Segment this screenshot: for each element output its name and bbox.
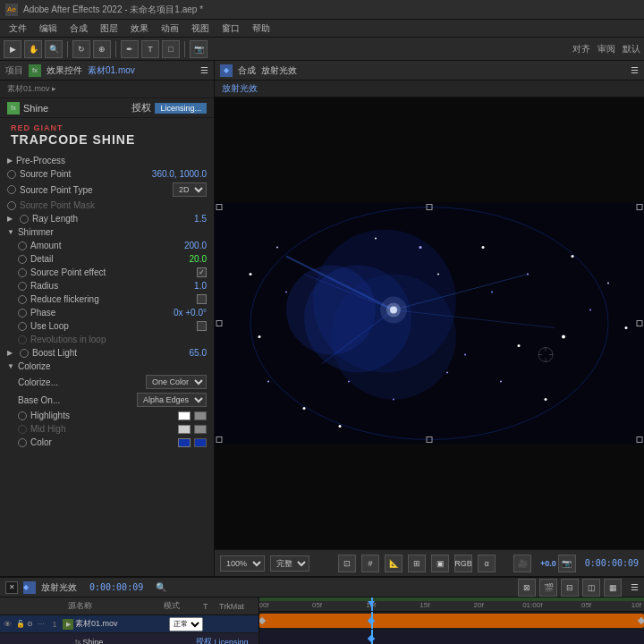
- source-point-type-select[interactable]: 2D 3D: [173, 182, 207, 197]
- channel-btn[interactable]: RGB: [454, 555, 472, 572]
- color-swatch2[interactable]: [194, 438, 207, 447]
- use-loop-checkbox[interactable]: [197, 321, 207, 331]
- timeline: ✕ ◆ 放射光效 0:00:00:09 🔍 ⊠ 🎬 ⊟ ◫ ▦ ☰ 源名称 模式: [0, 576, 644, 644]
- phase-row: Phase 0x +0.0°: [0, 306, 214, 319]
- tool-select[interactable]: ▶: [4, 40, 21, 58]
- grid-btn[interactable]: #: [361, 555, 379, 572]
- ray-length-value[interactable]: 1.5: [153, 214, 207, 224]
- tool-pen[interactable]: ✒: [121, 40, 139, 58]
- safe-btn[interactable]: ▣: [431, 555, 449, 572]
- menu-help[interactable]: 帮助: [247, 20, 275, 37]
- reduce-flickering-row: Reduce flickering: [0, 292, 214, 306]
- tl-btn2[interactable]: 🎬: [539, 579, 557, 597]
- panel-menu-icon[interactable]: ☰: [200, 65, 208, 75]
- quality-select[interactable]: 完整 一半: [270, 555, 309, 572]
- l1fx-name[interactable]: Shine: [82, 638, 191, 645]
- tool-rotate[interactable]: ↻: [72, 40, 90, 58]
- revolutions-icon: [18, 335, 27, 344]
- amount-icon: [18, 242, 27, 250]
- layer1-lock[interactable]: 🔓: [16, 620, 25, 628]
- menu-animation[interactable]: 动画: [156, 20, 184, 37]
- tool-text[interactable]: T: [141, 40, 159, 58]
- align-label: 对齐: [572, 43, 590, 55]
- preview-area[interactable]: [215, 97, 644, 549]
- review-label: 审阅: [597, 43, 615, 55]
- tl-btn4[interactable]: ◫: [582, 579, 600, 597]
- radius-value[interactable]: 1.0: [153, 281, 207, 291]
- boost-light-value[interactable]: 65.0: [153, 348, 207, 358]
- tl-timecode[interactable]: 0:00:00:09: [89, 582, 143, 592]
- shimmer-triangle: ▼: [7, 228, 14, 236]
- amount-label: Amount: [30, 241, 149, 250]
- source-point-value[interactable]: 360.0, 1000.0: [152, 169, 207, 179]
- phase-value[interactable]: 0x +0.0°: [153, 308, 207, 318]
- timeline-layers: 源名称 模式 T TrkMat 👁 🔓 ⊙ ⋯ 1 ▶ 素材01.mov 正常: [0, 597, 259, 644]
- source-point-icon: [7, 170, 16, 179]
- playhead[interactable]: [371, 597, 373, 611]
- layer1-solo[interactable]: ⊙: [27, 620, 36, 628]
- main-area: 项目 fx 效果控件 素材01.mov ☰ 素材01.mov ▸ fx Shin…: [0, 61, 644, 576]
- l1fx-licensing[interactable]: 授权: [196, 636, 212, 644]
- menu-view[interactable]: 视图: [186, 20, 215, 37]
- menu-file[interactable]: 文件: [4, 20, 32, 37]
- highlights-swatch[interactable]: [178, 411, 191, 420]
- mid-high-row: Mid High: [0, 422, 214, 436]
- fit-btn[interactable]: ⊡: [338, 555, 356, 572]
- tool-hand[interactable]: ✋: [24, 40, 42, 58]
- ray-length-icon: [20, 215, 29, 224]
- tl-search[interactable]: 🔍: [156, 582, 166, 592]
- color-swatch[interactable]: [178, 438, 191, 447]
- svg-point-30: [276, 247, 278, 249]
- mid-high-swatch[interactable]: [178, 425, 191, 434]
- tl-btn5[interactable]: ▦: [604, 579, 622, 597]
- layer1-name[interactable]: 素材01.mov: [75, 618, 167, 630]
- ruler-btn[interactable]: 📐: [385, 555, 402, 572]
- licensing-button[interactable]: Licensing...: [155, 103, 207, 114]
- tool-zoom[interactable]: 🔍: [45, 40, 63, 58]
- colorize-section[interactable]: ▼ Colorize: [0, 360, 214, 373]
- layer1-dots[interactable]: ⋯: [38, 620, 47, 628]
- mid-high-swatch2[interactable]: [194, 425, 207, 434]
- l1fx-name-area: fx Shine 授权 Licensing...: [63, 636, 255, 644]
- highlights-swatch2[interactable]: [194, 411, 207, 420]
- layer1-bar-row: [259, 612, 644, 630]
- layer1-mode[interactable]: 正常: [169, 617, 203, 631]
- detail-value[interactable]: 20.0: [153, 254, 207, 264]
- tl-btn3[interactable]: ⊟: [561, 579, 579, 597]
- base-on-select[interactable]: Alpha Edges: [137, 393, 207, 407]
- menu-composition[interactable]: 合成: [64, 20, 93, 37]
- section-pre-process[interactable]: ▶ Pre-Process: [0, 154, 214, 167]
- comp-name-label: 放射光效: [215, 80, 644, 97]
- menu-window[interactable]: 窗口: [216, 20, 245, 37]
- tl-panel-menu[interactable]: ☰: [631, 582, 639, 592]
- camera-ctrl-btn[interactable]: 🎥: [513, 555, 531, 572]
- tl-close[interactable]: ✕: [5, 581, 18, 594]
- amount-value[interactable]: 200.0: [153, 241, 207, 250]
- timeline-header: ✕ ◆ 放射光效 0:00:00:09 🔍 ⊠ 🎬 ⊟ ◫ ▦ ☰: [0, 578, 644, 597]
- layer1-bar[interactable]: [259, 614, 644, 628]
- snapshot-btn[interactable]: 📷: [558, 555, 576, 572]
- tool-pan[interactable]: ⊕: [93, 40, 111, 58]
- source-point-effect-checkbox[interactable]: ✓: [197, 267, 207, 277]
- l1fx-licensing-btn[interactable]: Licensing...: [214, 638, 255, 645]
- shimmer-section[interactable]: ▼ Shimmer: [0, 225, 214, 239]
- use-loop-row: Use Loop: [0, 319, 214, 333]
- tool-camera[interactable]: 📷: [190, 40, 208, 58]
- tl-btn1[interactable]: ⊠: [518, 579, 536, 597]
- menu-effects[interactable]: 效果: [125, 20, 154, 37]
- menu-layer[interactable]: 图层: [95, 20, 123, 37]
- svg-point-22: [419, 246, 422, 249]
- layer1-eye[interactable]: 👁: [4, 620, 14, 629]
- boost-light-icon: [20, 349, 29, 358]
- alpha-btn[interactable]: α: [478, 555, 496, 572]
- colorize-select[interactable]: One Color: [146, 375, 207, 389]
- guide-btn[interactable]: ⊞: [408, 555, 426, 572]
- timeline-body: 源名称 模式 T TrkMat 👁 🔓 ⊙ ⋯ 1 ▶ 素材01.mov 正常: [0, 597, 644, 644]
- menu-edit[interactable]: 编辑: [34, 20, 63, 37]
- preview-panel-menu[interactable]: ☰: [631, 65, 639, 75]
- highlights-icon: [18, 411, 27, 420]
- zoom-select[interactable]: 100% 50% 200%: [220, 555, 265, 572]
- ray-length-triangle: ▶: [7, 215, 13, 223]
- reduce-flickering-checkbox[interactable]: [197, 294, 207, 304]
- tool-shape[interactable]: □: [162, 40, 180, 58]
